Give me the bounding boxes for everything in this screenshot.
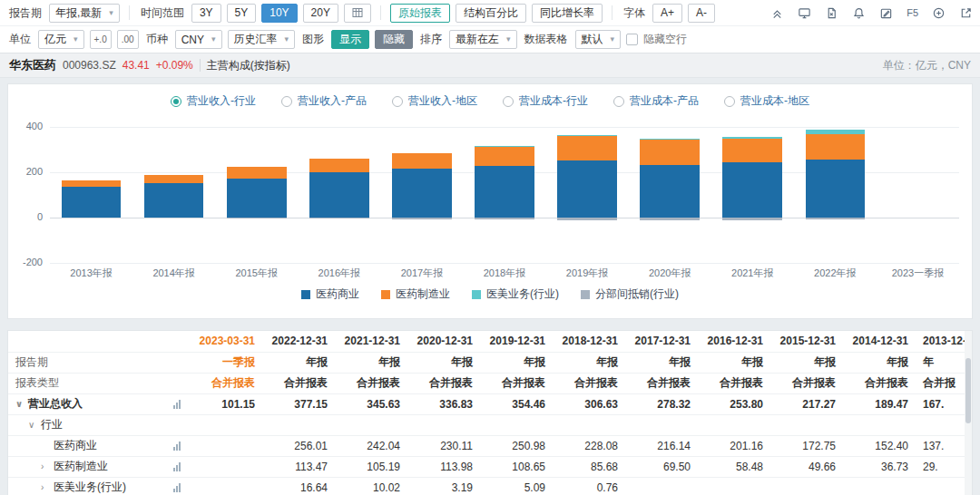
row-label[interactable]: ›医美业务(行业) (8, 477, 190, 495)
decimal-decrease-button[interactable]: .00 (117, 30, 139, 49)
row-label[interactable]: 医药商业 (8, 435, 190, 456)
bar-segment[interactable] (806, 160, 866, 218)
chart-option[interactable]: 营业成本-产品 (613, 93, 699, 109)
show-chart-button[interactable]: 显示 (331, 30, 369, 49)
open-external-icon[interactable] (959, 6, 973, 20)
vertical-scrollbar[interactable] (965, 331, 972, 495)
bar-segment[interactable] (392, 218, 452, 219)
legend-item[interactable]: 医美业务(行业) (472, 286, 559, 302)
bar-segment[interactable] (475, 147, 534, 166)
bar-segment[interactable] (722, 162, 782, 218)
mini-chart-icon[interactable] (173, 461, 181, 471)
monitor-icon[interactable] (798, 6, 811, 20)
expand-icon[interactable]: › (41, 482, 54, 492)
bar-segment[interactable] (640, 165, 700, 218)
structure-percent-button[interactable]: 结构百分比 (456, 4, 526, 23)
bar-segment[interactable] (557, 135, 617, 136)
bar-segment[interactable] (62, 187, 122, 218)
font-decrease-button[interactable]: A- (688, 4, 715, 23)
legend-item[interactable]: 分部间抵销(行业) (581, 286, 679, 302)
bar-segment[interactable] (640, 218, 700, 220)
font-increase-button[interactable]: A+ (652, 4, 682, 23)
chart-option[interactable]: 营业收入-产品 (281, 93, 367, 109)
sort-select[interactable]: 最新在左 ▾ (449, 30, 517, 49)
row-label[interactable]: ›医药制造业 (8, 456, 190, 477)
calendar-button[interactable] (344, 4, 371, 23)
currency-select[interactable]: CNY ▾ (175, 30, 222, 49)
chart-option[interactable]: 营业成本-地区 (724, 93, 809, 109)
bar-segment[interactable] (309, 159, 369, 172)
bar-segment[interactable] (557, 218, 617, 220)
table-cell (407, 414, 480, 435)
bar-segment[interactable] (392, 169, 452, 218)
add-circle-icon[interactable] (932, 6, 946, 20)
column-header[interactable]: 2017-12-31 (625, 331, 698, 352)
bar-segment[interactable] (806, 130, 866, 133)
bar-segment[interactable] (227, 179, 287, 218)
column-header[interactable]: 2013-12- (916, 331, 965, 352)
edit-note-icon[interactable] (879, 6, 893, 20)
range-20y-button[interactable]: 20Y (303, 4, 338, 23)
collapse-icon[interactable]: ∨ (15, 399, 28, 409)
bar-segment[interactable] (475, 218, 534, 219)
bar-segment[interactable] (392, 153, 452, 169)
bar-segment[interactable] (640, 140, 700, 165)
bar-segment[interactable] (806, 134, 866, 160)
range-5y-button[interactable]: 5Y (227, 4, 257, 23)
row-label[interactable]: ∨行业 (8, 414, 190, 435)
collapse-panel-icon[interactable] (770, 6, 784, 20)
scrollbar-thumb[interactable] (965, 358, 971, 423)
table-cell: 250.98 (480, 435, 553, 456)
xls-export-icon[interactable] (825, 6, 838, 20)
bar-segment[interactable] (227, 218, 287, 218)
bar-segment[interactable] (144, 183, 204, 218)
bar-segment[interactable] (62, 180, 122, 187)
column-header[interactable]: 2020-12-31 (407, 331, 480, 352)
decimal-increase-button[interactable]: +.0 (90, 30, 112, 49)
legend-item[interactable]: 医药制造业 (381, 286, 450, 302)
range-10y-button[interactable]: 10Y (261, 4, 297, 23)
column-header[interactable]: 2023-03-31 (190, 331, 262, 352)
yoy-growth-button[interactable]: 同比增长率 (532, 4, 603, 23)
bar-segment[interactable] (640, 139, 700, 140)
column-header[interactable]: 2019-12-31 (480, 331, 553, 352)
bar-segment[interactable] (806, 218, 866, 219)
bar-segment[interactable] (227, 167, 287, 178)
range-3y-button[interactable]: 3Y (191, 4, 221, 23)
chart-option[interactable]: 营业收入-地区 (392, 93, 477, 109)
bar-segment[interactable] (475, 166, 534, 218)
column-header[interactable]: 2018-12-31 (553, 331, 625, 352)
bar-segment[interactable] (722, 139, 782, 162)
bar-segment[interactable] (309, 172, 369, 218)
bell-icon[interactable] (852, 6, 866, 20)
bar-segment[interactable] (144, 175, 204, 183)
column-header[interactable]: 2021-12-31 (335, 331, 407, 352)
original-report-button[interactable]: 原始报表 (390, 4, 450, 23)
legend-item[interactable]: 医药商业 (301, 286, 359, 302)
mini-chart-icon[interactable] (173, 441, 181, 451)
bar-segment[interactable] (722, 218, 782, 220)
mini-chart-icon[interactable] (173, 482, 181, 492)
bar-segment[interactable] (309, 218, 369, 218)
collapse-icon[interactable]: ∨ (28, 420, 41, 430)
data-table-select[interactable]: 默认 ▾ (575, 30, 622, 49)
chart-option[interactable]: 营业收入-行业 (171, 93, 256, 109)
expand-icon[interactable]: › (41, 461, 54, 471)
chart-option[interactable]: 营业成本-行业 (503, 93, 588, 109)
chart-option-label: 营业收入-产品 (298, 93, 367, 109)
report-period-select[interactable]: 年报,最新 ▾ (49, 4, 120, 23)
hide-chart-button[interactable]: 隐藏 (375, 30, 413, 49)
refresh-f5-button[interactable]: F5 (906, 7, 918, 18)
column-header[interactable]: 2022-12-31 (262, 331, 335, 352)
bar-segment[interactable] (722, 137, 782, 140)
bar-segment[interactable] (557, 160, 617, 218)
fx-rate-select[interactable]: 历史汇率 ▾ (228, 30, 296, 49)
unit-select[interactable]: 亿元 ▾ (38, 30, 84, 49)
hide-empty-rows-checkbox[interactable] (626, 34, 638, 45)
column-header[interactable]: 2015-12-31 (770, 331, 843, 352)
column-header[interactable]: 2016-12-31 (698, 331, 770, 352)
mini-chart-icon[interactable] (173, 399, 181, 409)
row-label[interactable]: ∨营业总收入 (8, 393, 190, 414)
column-header[interactable]: 2014-12-31 (843, 331, 916, 352)
bar-segment[interactable] (557, 136, 617, 160)
